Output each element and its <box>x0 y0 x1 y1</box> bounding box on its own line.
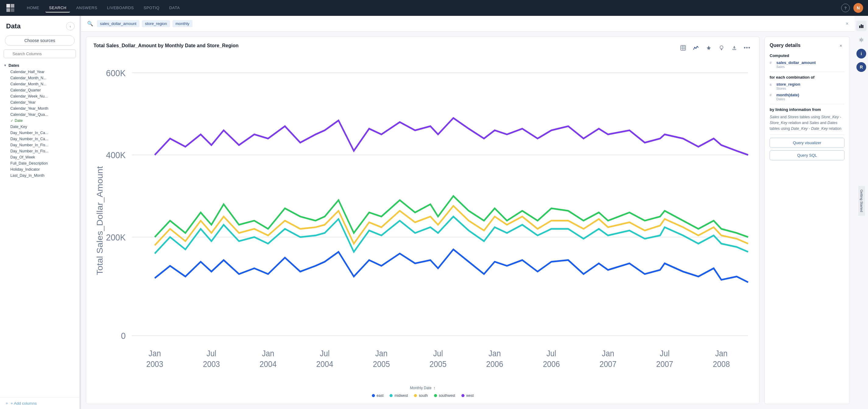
by-linking-label: by linking information from <box>770 107 844 112</box>
sidebar-tree: ▼ Dates Calendar_Half_Year Calendar_Mont… <box>0 61 80 397</box>
query-details-title: Query details <box>770 43 800 48</box>
search-columns-input[interactable] <box>4 49 76 58</box>
tree-item-day-number-fis-1[interactable]: Day_Number_In_Fis... <box>0 142 80 148</box>
svg-rect-3 <box>11 8 14 12</box>
tree-item-calendar-week[interactable]: Calendar_Week_Nu... <box>0 93 80 99</box>
svg-text:200K: 200K <box>106 232 126 242</box>
tree-item-day-number-fis-2[interactable]: Day_Number_In_Fis... <box>0 148 80 154</box>
nav-links: HOME SEARCH ANSWERS LIVEBOARDS SPOTIQ DA… <box>23 4 841 12</box>
legend-southwest: southwest <box>434 393 455 398</box>
svg-text:Jul: Jul <box>660 349 670 358</box>
qd-dimension-region: a store_region Stores <box>770 82 844 90</box>
bar-chart-right-button[interactable] <box>856 21 866 31</box>
tree-item-day-of-week[interactable]: Day_Of_Week <box>0 154 80 160</box>
tree-item-calendar-half-year[interactable]: Calendar_Half_Year <box>0 69 80 75</box>
tree-item-last-day[interactable]: Last_Day_In_Month <box>0 173 80 179</box>
qd-dimension-date: # month(date) Dates <box>770 93 844 101</box>
settings-right-button[interactable] <box>856 35 866 45</box>
nav-spotiq[interactable]: SPOTIQ <box>140 4 163 12</box>
tree-section-label-dates: Dates <box>8 63 19 68</box>
nav-liveboards[interactable]: LIVEBOARDS <box>103 4 137 12</box>
line-chart-button[interactable] <box>691 43 701 53</box>
legend-label-south: south <box>419 393 428 398</box>
svg-text:2007: 2007 <box>656 359 673 369</box>
line-chart-svg: 600K 400K 200K 0 Total Sales_Dollar_Amou… <box>93 56 752 385</box>
svg-text:Jan: Jan <box>602 349 614 358</box>
chart-container: Total Sales_Dollar_Amount by Monthly Dat… <box>81 32 855 409</box>
chart-title: Total Sales_Dollar_Amount by Monthly Dat… <box>93 43 239 49</box>
search-token-region[interactable]: store_region <box>142 20 170 27</box>
search-columns-wrap: 🔍 <box>0 49 80 61</box>
query-visualizer-button[interactable]: Query visualizer <box>770 138 844 148</box>
legend-south: south <box>414 393 428 398</box>
insight-button[interactable] <box>717 43 726 53</box>
legend-dot-midwest <box>390 394 393 397</box>
legend-dot-southwest <box>434 394 437 397</box>
bar-chart-icon <box>859 23 864 29</box>
tree-item-day-number-ca-1[interactable]: Day_Number_In_Ca... <box>0 130 80 136</box>
pin-button[interactable] <box>704 43 714 53</box>
help-button[interactable]: ? <box>841 4 850 12</box>
nav-search[interactable]: SEARCH <box>45 4 70 12</box>
search-token-sales[interactable]: sales_dollar_amount <box>97 20 140 27</box>
sidebar-footer[interactable]: ＋ + Add columns <box>0 397 80 409</box>
alpha-icon: a <box>770 83 774 86</box>
tree-item-full-date-desc[interactable]: Full_Date_Description <box>0 160 80 167</box>
legend-label-west: west <box>466 393 474 398</box>
svg-rect-10 <box>721 49 722 50</box>
svg-text:Jul: Jul <box>433 349 443 358</box>
svg-text:Jul: Jul <box>320 349 330 358</box>
tree-item-holiday-indicator[interactable]: Holiday_Indicator <box>0 167 80 173</box>
tree-item-date[interactable]: ✓Date <box>0 118 80 124</box>
search-token-monthly[interactable]: monthly <box>173 20 192 27</box>
query-details-close-button[interactable]: × <box>837 42 844 49</box>
sidebar-collapse-button[interactable]: ‹ <box>66 22 74 30</box>
tree-item-calendar-year[interactable]: Calendar_Year <box>0 99 80 106</box>
search-icon: 🔍 <box>87 21 93 27</box>
tree-item-calendar-quarter[interactable]: Calendar_Quarter <box>0 87 80 93</box>
share-button[interactable] <box>730 43 739 53</box>
nav-data[interactable]: DATA <box>166 4 184 12</box>
tree-item-date-key[interactable]: Date_Key <box>0 124 80 130</box>
table-view-button[interactable] <box>678 43 688 53</box>
search-clear-button[interactable]: × <box>846 21 848 27</box>
info-button[interactable]: i <box>857 49 866 59</box>
qd-field-sub-region: Stores <box>776 87 800 90</box>
svg-text:Jan: Jan <box>149 349 161 358</box>
nav-home[interactable]: HOME <box>23 4 43 12</box>
tree-item-day-number-ca-2[interactable]: Day_Number_In_Ca... <box>0 136 80 142</box>
query-sql-button[interactable]: Query SQL <box>770 150 844 160</box>
tree-item-calendar-month-2[interactable]: Calendar_Month_N... <box>0 81 80 87</box>
sidebar: Data ‹ Choose sources 🔍 ▼ Dates Calendar… <box>0 16 80 409</box>
sidebar-title: Data <box>6 22 21 30</box>
legend-dot-west <box>461 394 464 397</box>
svg-rect-0 <box>6 4 10 8</box>
svg-text:Total Sales_Dollar_Amount: Total Sales_Dollar_Amount <box>95 166 104 275</box>
svg-text:2003: 2003 <box>203 359 220 369</box>
sort-ascending-icon[interactable]: ↑ <box>433 385 436 390</box>
getting-started-tab[interactable]: Getting Started <box>858 186 865 216</box>
chart-header: Total Sales_Dollar_Amount by Monthly Dat… <box>93 43 752 53</box>
more-actions-button[interactable]: ••• <box>742 43 752 53</box>
r-button[interactable]: R <box>857 62 866 72</box>
choose-sources-button[interactable]: Choose sources <box>5 35 74 46</box>
tree-item-calendar-month-1[interactable]: Calendar_Month_N... <box>0 75 80 81</box>
user-avatar[interactable]: N <box>854 3 863 13</box>
chart-actions: ••• <box>678 43 752 53</box>
tree-item-calendar-year-qua[interactable]: Calendar_Year_Qua... <box>0 112 80 118</box>
svg-text:2004: 2004 <box>259 359 277 369</box>
qd-field-sales: # sales_dollar_amount Sales <box>770 60 844 68</box>
qd-field-sub-date: Dates <box>776 97 799 101</box>
svg-rect-44 <box>859 26 860 28</box>
chart-panel: Total Sales_Dollar_Amount by Monthly Dat… <box>86 36 760 404</box>
legend-label-southwest: southwest <box>439 393 455 398</box>
svg-text:2006: 2006 <box>486 359 503 369</box>
nav-answers[interactable]: ANSWERS <box>72 4 101 12</box>
svg-point-47 <box>860 39 862 41</box>
tree-section-dates[interactable]: ▼ Dates <box>0 62 80 69</box>
for-each-label: for each combination of <box>770 75 844 80</box>
app-logo[interactable] <box>5 2 16 13</box>
x-axis-label: Monthly Date ↑ <box>93 385 752 391</box>
top-nav: HOME SEARCH ANSWERS LIVEBOARDS SPOTIQ DA… <box>0 0 868 16</box>
tree-item-calendar-year-month[interactable]: Calendar_Year_Month <box>0 106 80 112</box>
